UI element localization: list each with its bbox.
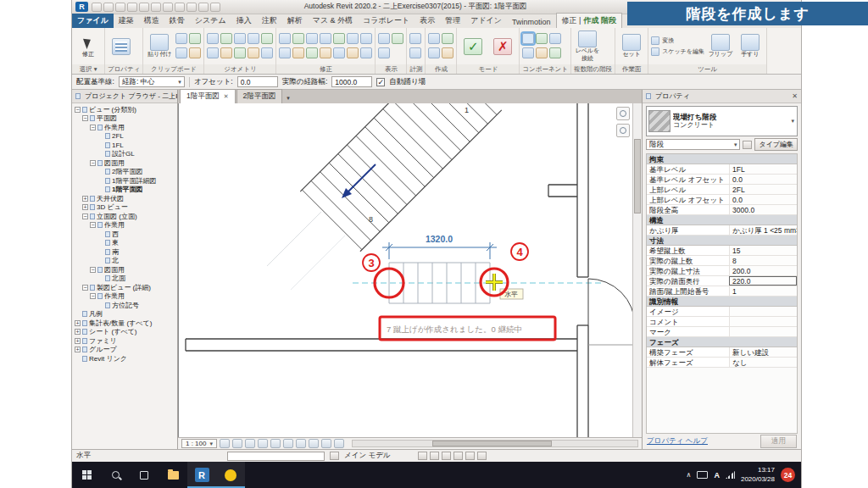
- ribbon-tool-icon[interactable]: [220, 47, 232, 58]
- tree-item[interactable]: −作業用: [72, 123, 177, 132]
- analytical-icon[interactable]: [321, 439, 331, 448]
- drag-on-selection-icon[interactable]: [477, 452, 487, 460]
- ribbon-tool-icon[interactable]: [292, 47, 304, 58]
- edit-type-icon[interactable]: [743, 141, 752, 149]
- chevron-down-icon[interactable]: ▾: [791, 118, 794, 125]
- section-icon[interactable]: [198, 3, 209, 12]
- ribbon-button-スケッチを編集[interactable]: スケッチを編集: [651, 47, 704, 56]
- ribbon-tool-icon[interactable]: [320, 47, 331, 58]
- ribbon-tool-icon[interactable]: [220, 33, 232, 44]
- prop-value[interactable]: なし: [729, 358, 797, 367]
- scrollbar-thumb[interactable]: [432, 441, 552, 446]
- prop-value[interactable]: かぶり厚 1 <25 mm>: [729, 225, 797, 235]
- auto-landing-checkbox[interactable]: ✓: [376, 78, 385, 86]
- tree-item[interactable]: 方位記号: [72, 301, 177, 310]
- tree-item[interactable]: 2FL: [72, 132, 177, 141]
- ribbon-tool-icon[interactable]: [442, 47, 453, 58]
- prop-value[interactable]: 0.0: [729, 195, 797, 204]
- measure-icon[interactable]: [163, 3, 173, 12]
- ribbon-tool-icon[interactable]: [248, 33, 259, 44]
- tree-item[interactable]: −作業用: [72, 221, 177, 230]
- drawing-area[interactable]: 1320.0 1 8: [178, 103, 642, 437]
- tree-item[interactable]: −図面用: [72, 265, 177, 274]
- prop-section-header[interactable]: 識別情報: [647, 297, 797, 307]
- ribbon-tab-建築[interactable]: 建築: [114, 14, 139, 28]
- thin-lines-icon[interactable]: [210, 3, 220, 12]
- tree-item[interactable]: 1階平面図: [72, 186, 177, 195]
- ribbon-tool-icon[interactable]: [549, 33, 561, 44]
- ribbon-tool-icon[interactable]: [279, 33, 291, 44]
- prop-value[interactable]: 220.0: [729, 276, 797, 286]
- ribbon-tool-icon[interactable]: [522, 47, 534, 58]
- ribbon-button-貼り付け[interactable]: 貼り付け: [146, 34, 173, 58]
- tree-item[interactable]: +シート (すべて): [72, 328, 177, 337]
- tree-expand-icon[interactable]: +: [82, 196, 88, 202]
- run-width-input[interactable]: 1000.0: [331, 76, 372, 87]
- navigation-wheel-icon[interactable]: [616, 107, 630, 120]
- ribbon-tool-icon[interactable]: [360, 47, 372, 58]
- recorder-taskbar-button[interactable]: [216, 462, 245, 488]
- close-icon[interactable]: ✕: [792, 92, 798, 100]
- tree-expand-icon[interactable]: +: [82, 204, 88, 210]
- ribbon-tab-修正 | 作成 階段[interactable]: 修正 |作成 階段: [556, 13, 622, 28]
- sync-icon[interactable]: [115, 3, 125, 12]
- prop-section-header[interactable]: フェーズ: [647, 337, 797, 347]
- tree-item[interactable]: 北: [72, 257, 177, 266]
- ribbon-button-cross[interactable]: ✗: [489, 38, 516, 55]
- notification-badge[interactable]: 24: [781, 468, 795, 482]
- view-tab-1階平面図[interactable]: 1階平面図✕: [180, 89, 236, 103]
- tree-item[interactable]: 南: [72, 247, 177, 257]
- ribbon-tool-icon[interactable]: [234, 47, 246, 58]
- ribbon-button-フリップ[interactable]: フリップ: [707, 34, 734, 58]
- tree-item[interactable]: +天井伏図: [72, 194, 177, 203]
- prop-section-header[interactable]: 拘束: [647, 154, 797, 164]
- project-browser-header[interactable]: プロジェクト ブラウザ - 二上Exercise... ✕: [72, 90, 177, 103]
- view-tab-2階平面図[interactable]: 2階平面図: [236, 89, 283, 103]
- prop-value[interactable]: [729, 327, 797, 336]
- prop-value[interactable]: [729, 317, 797, 326]
- ribbon-tab-鉄骨[interactable]: 鉄骨: [164, 14, 190, 28]
- ribbon-tool-icon[interactable]: [292, 33, 304, 44]
- ribbon-tab-ファイル[interactable]: ファイル: [72, 14, 114, 28]
- touch-keyboard-icon[interactable]: [697, 471, 708, 479]
- prop-value[interactable]: [729, 307, 797, 316]
- ribbon-tool-icon[interactable]: [549, 47, 561, 58]
- tree-item[interactable]: −製図ビュー (詳細): [72, 283, 177, 292]
- tree-item[interactable]: 凡例: [72, 310, 177, 319]
- ribbon-tool-icon[interactable]: [392, 33, 403, 44]
- file-explorer-button[interactable]: [159, 462, 187, 488]
- tree-expand-icon[interactable]: −: [90, 267, 96, 273]
- 3d-view-icon[interactable]: [186, 3, 197, 12]
- ribbon-tool-icon[interactable]: [522, 33, 534, 44]
- shadows-icon[interactable]: [245, 439, 255, 448]
- ribbon-tool-icon[interactable]: [409, 33, 421, 44]
- worksets-combo[interactable]: [227, 452, 325, 461]
- tree-item[interactable]: Revit リンク: [72, 354, 177, 363]
- revit-logo-icon[interactable]: R: [75, 2, 88, 12]
- ribbon-tool-icon[interactable]: [347, 33, 359, 44]
- tree-item[interactable]: −作業用: [72, 292, 177, 302]
- ribbon-tool-icon[interactable]: [428, 47, 440, 58]
- ribbon-tab-システム[interactable]: システム: [190, 14, 231, 28]
- ribbon-tool-icon[interactable]: [536, 47, 548, 58]
- horizontal-scrollbar[interactable]: [352, 440, 638, 447]
- crop-view-icon[interactable]: [258, 439, 268, 448]
- taskbar-clock[interactable]: 13:17 2020/03/28: [741, 466, 775, 484]
- prop-value[interactable]: 15: [729, 246, 797, 255]
- ribbon-tool-icon[interactable]: [207, 33, 219, 44]
- start-button[interactable]: [72, 462, 101, 488]
- ribbon-tab-Twinmotion[interactable]: Twinmotion: [507, 16, 556, 28]
- pan-zoom-icon[interactable]: [616, 124, 630, 137]
- dimension-text[interactable]: 1320.0: [426, 234, 453, 244]
- tree-expand-icon[interactable]: −: [90, 160, 96, 166]
- ribbon-tool-icon[interactable]: [261, 33, 273, 44]
- ribbon-tool-icon[interactable]: [378, 47, 390, 58]
- tree-item[interactable]: 1FL: [72, 141, 177, 150]
- tree-expand-icon[interactable]: −: [90, 125, 96, 130]
- apply-button[interactable]: 適用: [760, 435, 797, 448]
- vertical-scrollbar[interactable]: [632, 103, 642, 437]
- ribbon-button-check[interactable]: ✓: [459, 38, 487, 55]
- open-icon[interactable]: [92, 3, 102, 12]
- ribbon-button-properties[interactable]: [108, 38, 135, 55]
- prop-section-header[interactable]: 寸法: [647, 236, 797, 246]
